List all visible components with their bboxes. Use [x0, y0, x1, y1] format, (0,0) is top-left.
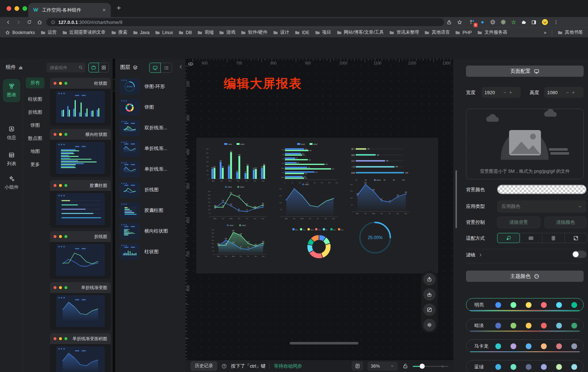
component-card[interactable]: 胶囊柱图 [50, 180, 111, 228]
sidebar-item-3[interactable]: 列表 [0, 152, 23, 167]
recorder-extension-icon[interactable] [500, 19, 506, 25]
quick-note-button[interactable] [352, 361, 363, 371]
bookmarks-overflow[interactable]: » [544, 30, 546, 35]
height-minus-button[interactable]: − [564, 89, 570, 95]
theme-color-dot[interactable] [556, 364, 562, 370]
clear-background-button[interactable]: 清除背景 [497, 217, 540, 228]
zoom-level-select[interactable]: 36% [368, 361, 398, 371]
fit-height-button[interactable] [542, 233, 565, 243]
theme-color-dot[interactable] [571, 323, 577, 329]
theme-row[interactable]: 暗淡 [466, 319, 584, 332]
design-canvas[interactable]: 6007008009001000110012001300 20030040050… [185, 59, 453, 372]
profile-avatar[interactable] [541, 18, 549, 26]
width-value[interactable] [484, 90, 502, 95]
bookmark-folder[interactable]: DB [178, 29, 192, 35]
other-bookmarks[interactable]: 其他书签 [558, 29, 583, 35]
height-input[interactable]: −+ [544, 87, 584, 98]
bookmark-folder[interactable]: IDE [295, 29, 310, 35]
tab-close-icon[interactable] [102, 8, 106, 12]
bookmark-star-icon[interactable] [454, 18, 465, 26]
gradient-area-chart[interactable]: data10501001502001202001508070110130MonT… [347, 179, 413, 216]
bookmarks-root[interactable]: Bookmarks [5, 30, 35, 35]
theme-color-dot[interactable] [495, 323, 501, 329]
gradient-line-chart[interactable]: data1050100150200MonTueWedThuFriSatSun [276, 183, 340, 221]
app-type-select[interactable]: 应用颜色 [497, 200, 587, 213]
fit-full-button[interactable] [564, 233, 587, 243]
category-item[interactable]: 地图 [23, 148, 47, 155]
layer-item[interactable]: 25.00%饼图-环形 [119, 78, 183, 95]
theme-color-dot[interactable] [556, 323, 562, 329]
site-info-icon[interactable] [51, 20, 55, 25]
sidebar-item-2[interactable]: 信息 [0, 126, 23, 141]
capsule-bar-chart[interactable]: 厦门20南阳40北京60上海80新疆100020406080100 [347, 142, 413, 183]
background-upload-area[interactable]: 背景图需小于 5M，格式为 png/jpg/gif 的文件 [466, 109, 584, 179]
theme-color-dot[interactable] [541, 364, 547, 370]
back-icon[interactable] [3, 18, 13, 26]
bookmark-folder[interactable]: PHP [455, 29, 472, 35]
layer-item[interactable]: 横向柱状图 [119, 222, 183, 240]
dashboard-screenshot-area[interactable]: data1data2050100150200250300350120130Mon… [196, 138, 438, 273]
window-zoom-button[interactable] [22, 6, 27, 11]
theme-color-dot[interactable] [511, 364, 516, 370]
bookmark-folder[interactable]: Java [133, 29, 150, 35]
command-extension-icon[interactable] [490, 19, 496, 25]
theme-color-dot[interactable] [511, 343, 516, 349]
export-button[interactable] [423, 273, 436, 285]
new-tab-button[interactable] [116, 5, 122, 11]
category-all[interactable]: 所有 [26, 78, 45, 88]
list-view-button[interactable] [160, 63, 172, 73]
horizontal-bar-chart[interactable]: data1data2050100150200250300350Mon120130… [277, 142, 340, 184]
theme-color-dot[interactable] [556, 343, 562, 349]
share-icon[interactable] [444, 18, 454, 26]
category-item[interactable]: 饼图 [23, 122, 47, 129]
forward-icon[interactable] [13, 18, 24, 26]
height-plus-button[interactable]: + [570, 89, 576, 95]
category-item[interactable]: 更多 [23, 161, 47, 168]
line-chart[interactable]: data1data2050100150200250300350120200150… [205, 185, 270, 221]
theme-color-dot[interactable] [511, 323, 516, 329]
bookmark-folder[interactable]: 游戏 [219, 29, 235, 35]
width-minus-button[interactable]: − [502, 89, 508, 95]
height-value[interactable] [547, 90, 564, 95]
theme-color-dot[interactable] [526, 323, 532, 329]
bookmark-folder[interactable]: 搜索 [111, 29, 127, 35]
theme-color-dot[interactable] [495, 364, 501, 370]
clear-color-button[interactable]: 清除颜色 [545, 217, 587, 228]
thumbnail-view-button[interactable] [149, 63, 161, 73]
layer-item[interactable]: 柱状图 [119, 243, 183, 260]
sidebar-toggle-icon[interactable] [531, 20, 537, 25]
theme-row[interactable]: 马卡龙 [466, 339, 584, 353]
theme-color-dot[interactable] [571, 343, 577, 349]
bookmark-folder[interactable]: 文件服务器 [477, 29, 507, 35]
slider-knob[interactable] [420, 364, 425, 369]
diamond-extension-icon[interactable] [480, 20, 485, 25]
layer-item[interactable]: 单折线渐... [119, 140, 183, 157]
theme-color-dot[interactable] [511, 302, 516, 308]
horizontal-scrollbar[interactable] [290, 342, 358, 344]
history-button[interactable]: 历史记录 [190, 361, 217, 371]
edit-button[interactable] [423, 304, 436, 316]
import-button[interactable] [423, 288, 436, 301]
help-icon[interactable] [221, 363, 227, 369]
category-item[interactable]: 柱状图 [23, 96, 47, 103]
filter-toggle[interactable] [572, 251, 587, 258]
theme-color-dot[interactable] [571, 302, 577, 308]
layer-item[interactable]: 胶囊柱图 [119, 202, 183, 219]
address-bar[interactable]: 127.0.0.1:3000/#/chart/home/9 [46, 18, 444, 26]
home-icon[interactable] [34, 18, 45, 26]
width-plus-button[interactable]: + [508, 89, 513, 95]
component-card[interactable]: 柱状图 [50, 78, 111, 126]
component-card[interactable]: 横向柱状图 [50, 129, 111, 177]
extension-grid-icon[interactable]: 9 [469, 19, 475, 25]
browser-menu-icon[interactable] [553, 20, 559, 25]
reload-icon[interactable] [24, 18, 34, 26]
ring-pie-chart[interactable]: MonTueWedThuFriSatSun [290, 227, 348, 261]
green-star-extension-icon[interactable] [511, 20, 516, 25]
layer-item[interactable]: 单折线渐... [119, 160, 183, 178]
bookmark-folder[interactable]: 设计 [273, 29, 289, 35]
fit-scale-button[interactable] [497, 233, 520, 243]
theme-color-dot[interactable] [495, 302, 501, 308]
fit-width-button[interactable] [520, 233, 542, 243]
sidebar-item-4[interactable]: 小组件 [0, 175, 23, 191]
bookmark-folder[interactable]: 网站/博客/文章/工具 [337, 29, 384, 35]
